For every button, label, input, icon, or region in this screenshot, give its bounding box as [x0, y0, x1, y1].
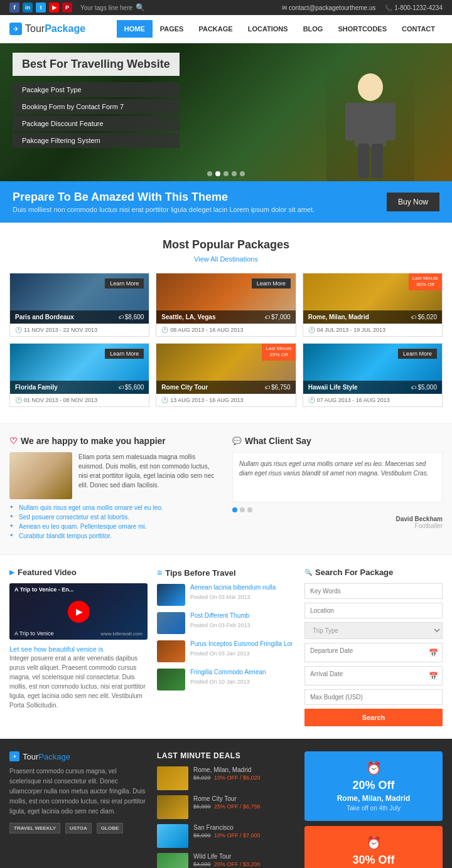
- deal-link-1[interactable]: Rome City Tour: [193, 795, 261, 802]
- tips-item-3: Fringilla Commodo Aenean Posted On 10 Ja…: [157, 669, 295, 691]
- search-form: Trip Type 📅 📅 Search: [304, 583, 443, 726]
- deal-link-0[interactable]: Rome, Milan, Madrid: [193, 766, 261, 773]
- view-all-destinations[interactable]: View All Destinations: [194, 255, 258, 263]
- learn-more-paris[interactable]: Learn More: [105, 278, 144, 288]
- happy-link-3[interactable]: Curabitur blandit tempus porttitor.: [9, 532, 220, 539]
- client-dot-3[interactable]: [247, 507, 252, 512]
- client-dot-2[interactable]: [240, 507, 245, 512]
- keyword-input[interactable]: [304, 583, 443, 599]
- client-quote: Nullam quis risus eget urna mollis ornar…: [232, 452, 443, 502]
- youtube-icon[interactable]: ▶: [49, 3, 59, 13]
- budget-input[interactable]: [304, 689, 443, 705]
- tips-item-2: Purus Inceptos Euismod Fringilla Lor Pos…: [157, 640, 295, 662]
- promo-off-orange: 30% Off: [312, 854, 435, 867]
- footer: TourPackage Praesent commodo cursus magn…: [0, 739, 452, 868]
- package-name-florida: Florida Family: [15, 384, 58, 391]
- deal-info-0: Rome, Milan, Madrid $6,020 10% OFF / $6,…: [193, 766, 261, 781]
- footer-logo-text: TourPackage: [23, 752, 70, 761]
- nav-blog[interactable]: BLOG: [296, 20, 331, 38]
- dot-2[interactable]: [215, 171, 220, 176]
- twitter-icon[interactable]: t: [36, 3, 46, 13]
- location-input[interactable]: [304, 603, 443, 618]
- tips-image-0: [157, 584, 185, 606]
- logo-text: TourPackage: [25, 23, 85, 34]
- package-info-paris: Paris and Bordeaux $8,600: [10, 310, 149, 324]
- hero-menu-item-1[interactable]: Booking Form by Contact Form 7: [13, 99, 180, 114]
- deal-link-3[interactable]: Wild Life Tour: [193, 853, 261, 860]
- package-image-rome-city: Last Minute25% Off Rome City Tour $6,750: [156, 344, 295, 394]
- deal-image-3: [157, 853, 188, 868]
- deal-link-2[interactable]: San Francisco: [193, 824, 261, 831]
- learn-more-florida[interactable]: Learn More: [105, 349, 144, 359]
- happy-client-section: We are happy to make you happier Etiam p…: [0, 423, 452, 554]
- facebook-icon[interactable]: f: [9, 3, 19, 13]
- nav-home[interactable]: HOME: [117, 20, 153, 38]
- tips-link-1[interactable]: Post Different Thumb: [190, 612, 250, 619]
- learn-more-seattle[interactable]: Learn More: [252, 278, 291, 288]
- footer-logo: TourPackage: [9, 751, 148, 761]
- svg-rect-3: [384, 103, 396, 140]
- tips-link-2[interactable]: Purus Inceptos Euismod Fringilla Lor: [190, 640, 293, 647]
- nav-package[interactable]: PACKAGE: [191, 20, 240, 38]
- dot-3[interactable]: [223, 171, 229, 176]
- package-name-rome-city: Rome City Tour: [161, 384, 208, 391]
- view-all-link[interactable]: View All Destinations: [9, 255, 443, 263]
- happy-link-0[interactable]: Nullam quis risus eget urna mollis ornar…: [9, 504, 220, 511]
- package-price-paris: $8,600: [119, 314, 144, 320]
- client-dot-1[interactable]: [232, 507, 237, 512]
- nav-shortcodes[interactable]: SHORTCODES: [330, 20, 394, 38]
- promo-card-orange[interactable]: ⏰ 30% Off San Francisco Take off on 5th …: [304, 826, 443, 868]
- tips-section: Tips Before Travel Aenean lacinia bibend…: [157, 568, 295, 726]
- package-name-seattle: Seattle, LA, Vegas: [161, 314, 215, 320]
- svg-rect-2: [345, 103, 357, 140]
- tips-link-0[interactable]: Aenean lacinia bibendum nulla: [190, 584, 276, 591]
- package-price-rome-milan: $6,020: [411, 314, 437, 320]
- tips-text-0: Aenean lacinia bibendum nulla Posted On …: [190, 584, 276, 601]
- happy-left: We are happy to make you happier Etiam p…: [9, 436, 220, 542]
- package-name-rome-milan: Rome, Milan, Madrid: [308, 314, 369, 320]
- video-title-overlay: A Trip to Venice - En...: [14, 586, 73, 593]
- linkedin-icon[interactable]: in: [23, 3, 33, 13]
- svg-rect-1: [355, 103, 386, 147]
- package-dates-hawaii: 07 AUG 2013 - 16 AUG 2013: [303, 394, 442, 406]
- happy-link-1[interactable]: Sed posuere consectetur est at lobortis.: [9, 514, 220, 521]
- hero-menu-item-2[interactable]: Package Discount Feature: [13, 116, 180, 131]
- hero-menu-item-0[interactable]: Pacakge Post Type: [13, 82, 180, 97]
- tips-item-0: Aenean lacinia bibendum nulla Posted On …: [157, 584, 295, 606]
- package-card-paris: Learn More Paris and Bordeaux $8,600 11 …: [9, 273, 149, 337]
- learn-more-hawaii[interactable]: Learn More: [398, 349, 437, 359]
- happy-link-2[interactable]: Aenean eu leo quam. Pellentesque ornare …: [9, 523, 220, 530]
- package-price-hawaii: $5,000: [411, 384, 437, 391]
- nav-pages[interactable]: PAGES: [153, 20, 191, 38]
- nav-locations[interactable]: LOCATIONS: [240, 20, 296, 38]
- dot-5[interactable]: [240, 171, 245, 176]
- dot-4[interactable]: [232, 171, 237, 176]
- promo-clock-icon: ⏰: [312, 761, 435, 776]
- tips-image-3: [157, 669, 185, 691]
- video-site: www.killerwall.com: [100, 631, 143, 637]
- trip-type-select[interactable]: Trip Type: [304, 622, 443, 639]
- departure-input[interactable]: [305, 643, 425, 658]
- footer-description: Praesent commodo cursus magna, vel scele…: [9, 766, 148, 817]
- buy-now-button[interactable]: Buy Now: [387, 193, 439, 211]
- calendar-icon[interactable]: 📅: [425, 646, 442, 660]
- footer-deals: LAST MINUTE DEALS Rome, Milan, Madrid $6…: [157, 751, 295, 868]
- play-button[interactable]: [68, 601, 90, 623]
- logo[interactable]: TourPackage: [9, 23, 85, 35]
- client-dots: [232, 507, 443, 512]
- search-button[interactable]: Search: [304, 709, 443, 726]
- hero-menu-item-3[interactable]: Pakcage Filtering System: [13, 133, 180, 148]
- arrival-input[interactable]: [305, 667, 425, 681]
- pinterest-icon[interactable]: P: [62, 3, 72, 13]
- search-icon[interactable]: 🔍: [136, 3, 145, 12]
- calendar-icon-arrival[interactable]: 📅: [425, 669, 442, 683]
- video-link[interactable]: Let see how beautiful venice is: [9, 645, 104, 653]
- nav-contact[interactable]: CONTACT: [394, 20, 443, 38]
- promo-card-blue[interactable]: ⏰ 20% Off Rome, Milan, Madrid Take off o…: [304, 751, 443, 821]
- client-title: What Client Say: [232, 436, 443, 446]
- tips-image-2: [157, 640, 185, 662]
- video-thumbnail[interactable]: A Trip to Venice - En... A Trip to Venic…: [9, 583, 148, 640]
- package-price-seattle: $7,000: [265, 314, 291, 320]
- dot-1[interactable]: [207, 171, 212, 176]
- tips-link-3[interactable]: Fringilla Commodo Aenean: [190, 669, 266, 675]
